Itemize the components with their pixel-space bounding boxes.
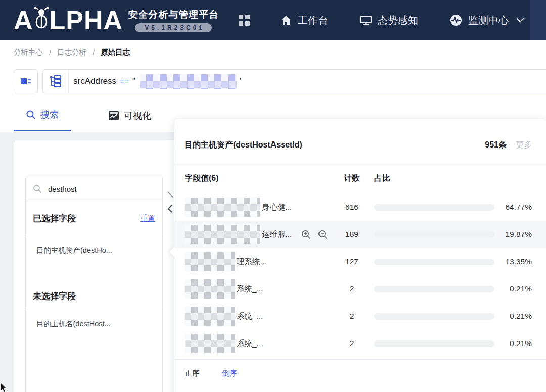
- column-count: 计数: [334, 173, 370, 184]
- field-value-tail: 系统_...: [237, 338, 263, 349]
- nav-item-monitoring-center[interactable]: 监测中心: [449, 14, 524, 27]
- layout-view-button[interactable]: [14, 69, 38, 93]
- filter-exclude-zoom-out-icon[interactable]: [318, 230, 328, 239]
- unselected-field-item[interactable]: 目的主机名(destHost...: [36, 319, 155, 329]
- layout-icon: [20, 77, 31, 86]
- selected-field-item[interactable]: 目的主机资产(destHo...: [36, 246, 155, 255]
- query-bar: srcAddress == " ': [0, 67, 546, 97]
- row-percent: 0.21%: [494, 312, 532, 321]
- bug-icon: [34, 7, 49, 29]
- version-badge: V5.1R23C01: [135, 23, 212, 32]
- query-operator: ==: [119, 76, 129, 86]
- field-value-tail: 运维服...: [262, 229, 292, 240]
- query-close-quote: ': [240, 76, 241, 86]
- search-query-field[interactable]: srcAddress == " ': [42, 69, 546, 93]
- sort-footer: 正序 倒序: [174, 359, 546, 378]
- breadcrumb-separator: /: [93, 48, 95, 57]
- sort-descending-link[interactable]: 倒序: [222, 369, 237, 378]
- nav-item-label: 监测中心: [468, 14, 509, 27]
- redacted-value: [185, 334, 235, 353]
- breadcrumb-log-analysis[interactable]: 日志分析: [57, 47, 86, 57]
- more-link[interactable]: 更多: [516, 140, 532, 151]
- logo-text-prefix: A: [14, 0, 33, 40]
- query-open-quote: ": [132, 76, 135, 86]
- query-expression[interactable]: srcAddress == " ': [69, 74, 241, 89]
- row-count: 127: [334, 257, 370, 266]
- query-field-name: srcAddress: [73, 76, 116, 86]
- nav-item-label: 工作台: [298, 14, 328, 27]
- search-icon: [33, 184, 42, 193]
- redacted-value: [185, 279, 235, 299]
- stats-row[interactable]: 系统_... 2 0.21%: [174, 330, 546, 357]
- ratio-bar: [374, 313, 494, 320]
- unselected-fields-header: 未选择字段: [26, 283, 162, 309]
- stats-rows: 身心健... 616 64.77% 运维服...: [174, 193, 546, 357]
- row-count: 2: [334, 339, 370, 348]
- mouse-cursor: [0, 383, 7, 392]
- row-count: 616: [334, 203, 370, 212]
- breadcrumb-analysis-center[interactable]: 分析中心: [14, 47, 43, 57]
- nav-item-workbench[interactable]: 工作台: [280, 14, 328, 27]
- field-stats-popover: 目的主机资产(destHostAssetId) 951条 更多 字段值(6) 计…: [174, 119, 546, 392]
- pulse-shield-icon: [449, 14, 463, 27]
- apps-grid-icon[interactable]: [238, 14, 251, 27]
- stats-row[interactable]: 理系统... 127 13.35%: [174, 248, 546, 275]
- query-value-redacted: [140, 74, 237, 89]
- stats-row[interactable]: 身心健... 616 64.77%: [174, 193, 546, 221]
- logo-text-suffix: LPHA: [50, 0, 123, 40]
- stats-row[interactable]: 系统_... 2 0.21%: [174, 303, 546, 330]
- row-count: 2: [334, 312, 370, 321]
- stats-row[interactable]: 运维服...: [174, 221, 546, 248]
- sidebar-collapse-chevron-left-icon[interactable]: [166, 191, 174, 213]
- ratio-bar: [374, 231, 494, 238]
- redacted-value: [185, 252, 235, 271]
- ratio-bar: [374, 286, 494, 292]
- redacted-value: [185, 307, 235, 326]
- field-search-input[interactable]: [48, 185, 139, 193]
- ratio-bar: [374, 259, 494, 265]
- nav-item-label: 态势感知: [378, 14, 418, 27]
- tab-visualization[interactable]: 可视化: [96, 104, 163, 131]
- tab-label: 搜索: [40, 109, 59, 121]
- fields-sidebar: 已选择字段 重置 目的主机资产(destHo... 未选择字段 目的主机名(de…: [25, 177, 163, 392]
- row-percent: 0.21%: [494, 339, 532, 348]
- sort-ascending-link[interactable]: 正序: [185, 369, 200, 378]
- breadcrumb-separator: /: [49, 48, 51, 57]
- column-ratio: 占比: [374, 173, 494, 184]
- row-percent: 13.35%: [494, 257, 532, 266]
- selected-fields-list: 目的主机资产(destHo...: [26, 236, 162, 283]
- field-value-tail: 理系统...: [237, 257, 266, 267]
- breadcrumb: 分析中心 / 日志分析 / 原始日志: [14, 47, 130, 57]
- home-icon: [280, 14, 292, 26]
- popover-header: 目的主机资产(destHostAssetId) 951条 更多: [174, 119, 546, 163]
- selected-fields-header: 已选择字段 重置: [26, 201, 162, 236]
- nav-item-situation[interactable]: 态势感知: [359, 14, 418, 27]
- tab-label: 可视化: [124, 110, 151, 122]
- tree-structure-icon: [49, 75, 62, 88]
- field-value-tail: 身心健...: [262, 202, 292, 213]
- field-search-box[interactable]: [26, 177, 162, 201]
- row-percent: 19.87%: [494, 230, 532, 239]
- breadcrumb-raw-logs: 原始日志: [101, 47, 130, 57]
- query-tree-button[interactable]: [43, 70, 69, 93]
- platform-subtitle: 安全分析与管理平台: [128, 8, 219, 21]
- row-count: 189: [334, 230, 370, 239]
- stats-row[interactable]: 系统_... 2 0.21%: [174, 275, 546, 303]
- unselected-fields-list: 目的主机名(destHost...: [26, 309, 162, 329]
- monitor-icon: [359, 14, 372, 26]
- search-icon: [26, 110, 36, 120]
- total-count-badge: 951条: [485, 140, 507, 151]
- row-count: 2: [334, 284, 370, 293]
- ratio-bar: [374, 204, 494, 211]
- redacted-value: [185, 198, 260, 217]
- popover-title: 目的主机资产(destHostAssetId): [185, 140, 302, 151]
- top-navbar: A LPHA 安全分析与管理平台 V5.1R23C01: [0, 0, 546, 40]
- field-value-tail: 系统_...: [237, 284, 263, 295]
- reset-link[interactable]: 重置: [140, 214, 155, 223]
- filter-include-zoom-in-icon[interactable]: [301, 230, 311, 239]
- result-tabs: 搜索 可视化: [0, 104, 163, 131]
- redacted-value: [185, 225, 260, 244]
- ratio-bar: [374, 340, 494, 347]
- tab-search[interactable]: 搜索: [14, 104, 71, 131]
- column-field-value: 字段值(6): [185, 173, 334, 184]
